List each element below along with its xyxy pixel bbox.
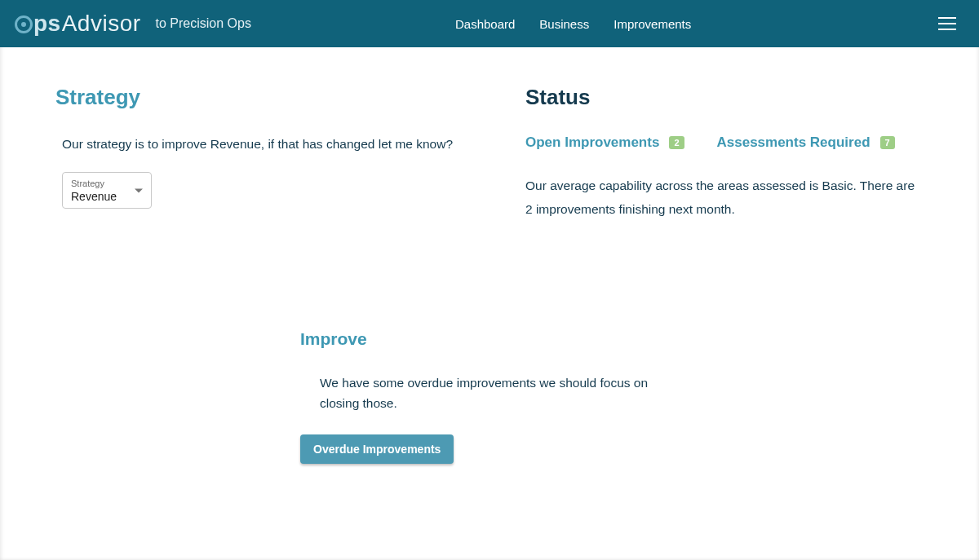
assessments-required-count: 7 — [880, 136, 895, 149]
status-text: Our average capability across the areas … — [525, 174, 924, 222]
logo-o-icon — [15, 15, 33, 33]
logo-ops-text: ps — [33, 11, 61, 37]
main-nav: Dashboard Business Improvements — [455, 17, 691, 31]
status-metrics-row: Open Improvements 2 Assessments Required… — [525, 134, 924, 151]
logo-advisor-text: Advisor — [62, 11, 141, 37]
hamburger-menu-icon[interactable] — [938, 17, 956, 30]
app-header: ps Advisor to Precision Ops Dashboard Bu… — [0, 0, 979, 47]
chevron-down-icon — [135, 188, 143, 192]
improve-text: We have some overdue improvements we sho… — [320, 373, 687, 414]
open-improvements-count: 2 — [669, 136, 684, 149]
nav-business[interactable]: Business — [539, 17, 589, 31]
improve-section: Improve We have some overdue improvement… — [300, 329, 708, 465]
strategy-section: Strategy Our strategy is to improve Reve… — [55, 85, 496, 240]
strategy-title: Strategy — [55, 85, 496, 110]
app-logo: ps Advisor — [15, 11, 141, 37]
strategy-select[interactable]: Strategy Revenue — [62, 172, 152, 209]
nav-improvements[interactable]: Improvements — [614, 17, 691, 31]
improve-title: Improve — [300, 329, 708, 349]
strategy-text: Our strategy is to improve Revenue, if t… — [55, 134, 496, 154]
nav-dashboard[interactable]: Dashboard — [455, 17, 515, 31]
tagline: to Precision Ops — [156, 16, 251, 31]
strategy-select-value: Revenue — [71, 190, 143, 203]
open-improvements-label[interactable]: Open Improvements — [525, 134, 659, 151]
status-title: Status — [525, 85, 924, 110]
overdue-improvements-button[interactable]: Overdue Improvements — [300, 434, 454, 464]
assessments-required-label[interactable]: Assessments Required — [717, 134, 870, 151]
status-section: Status Open Improvements 2 Assessments R… — [525, 85, 924, 240]
strategy-select-label: Strategy — [71, 179, 143, 188]
